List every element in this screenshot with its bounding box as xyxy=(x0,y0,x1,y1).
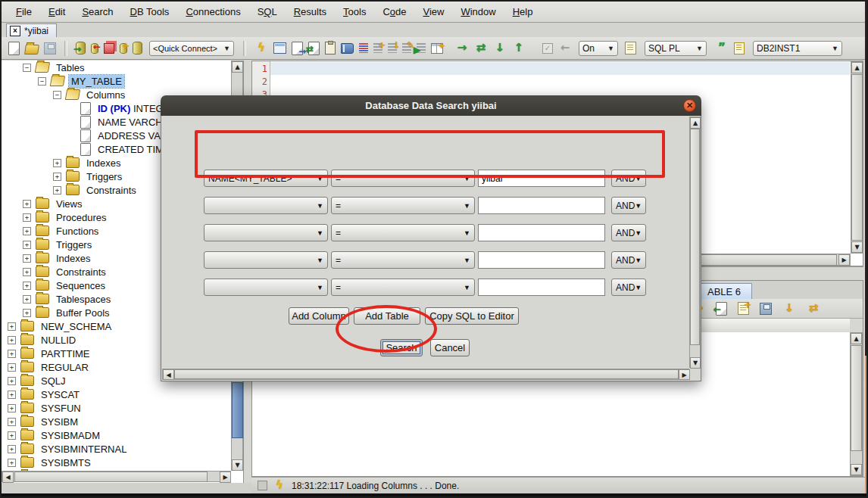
tree-item-syscat[interactable]: +SYSCAT xyxy=(2,388,82,401)
new-file-icon[interactable] xyxy=(8,42,20,55)
tree-item-sysibminternal[interactable]: +SYSIBMINTERNAL xyxy=(2,442,129,456)
expand-icon[interactable]: + xyxy=(53,186,61,195)
menu-item-help[interactable]: Help xyxy=(504,3,542,20)
expand-icon[interactable]: + xyxy=(8,336,16,344)
swap-gold-icon[interactable]: ⇄ xyxy=(807,302,820,316)
condition-3-value-input[interactable] xyxy=(478,224,605,241)
tree-item-nullid[interactable]: +NULLID xyxy=(2,333,78,347)
editor-vertical-scrollbar[interactable]: ▲ ▼ xyxy=(851,61,863,254)
arrow-left-gray-icon[interactable]: ← xyxy=(558,42,572,55)
collapse-icon[interactable]: − xyxy=(53,91,61,99)
tree-item-functions[interactable]: +Functions xyxy=(2,224,101,238)
expand-icon[interactable]: + xyxy=(23,241,31,249)
tree-item-sysibmadm[interactable]: +SYSIBMADM xyxy=(2,428,102,442)
save-grid-icon[interactable] xyxy=(760,303,772,315)
schema-combo[interactable]: DB2INST1▼ xyxy=(753,41,842,56)
menu-item-file[interactable]: File xyxy=(8,3,40,20)
tree-item-regular[interactable]: +REGULAR xyxy=(2,360,91,374)
scroll-down-icon[interactable]: ▼ xyxy=(690,357,701,369)
filter-add-icon[interactable] xyxy=(388,43,397,53)
arrow-right-green-icon[interactable]: → xyxy=(455,42,469,55)
condition-2-column-select[interactable]: ▼ xyxy=(204,197,328,214)
dialog-scroll-thumb[interactable] xyxy=(690,129,700,345)
expand-icon[interactable]: + xyxy=(53,159,61,167)
close-tab-icon[interactable]: × xyxy=(10,26,20,36)
tree-item-tables[interactable]: −Tables xyxy=(2,61,87,74)
expand-icon[interactable]: + xyxy=(23,254,31,263)
collapse-icon[interactable]: − xyxy=(23,64,31,72)
dialog-horizontal-scrollbar[interactable]: ◀ ▶ xyxy=(162,369,689,380)
condition-4-value-input[interactable] xyxy=(478,251,605,269)
scroll-up-icon[interactable]: ▲ xyxy=(232,61,243,73)
menu-item-code[interactable]: Code xyxy=(374,3,414,20)
scroll-right-icon[interactable]: ▶ xyxy=(220,472,231,483)
close-connection-icon[interactable] xyxy=(104,43,114,54)
scroll-right-icon[interactable]: ▶ xyxy=(838,254,850,266)
tree-horizontal-scrollbar[interactable]: ◀ ▶ xyxy=(2,471,231,482)
expand-icon[interactable]: + xyxy=(23,268,31,276)
condition-3-operator-select[interactable]: =▼ xyxy=(331,224,475,241)
export-script-icon[interactable] xyxy=(292,42,303,55)
menu-item-tools[interactable]: Tools xyxy=(335,3,374,20)
result-window-icon[interactable] xyxy=(273,42,286,54)
menu-item-search[interactable]: Search xyxy=(73,3,121,20)
quick-connect-combo[interactable]: <Quick Connect>▼ xyxy=(149,41,234,56)
refresh-script-icon[interactable] xyxy=(308,42,320,55)
dialog-close-icon[interactable]: ✕ xyxy=(683,99,696,112)
execute-lightning-icon[interactable]: ϟ xyxy=(254,42,268,55)
tree-item-constraints[interactable]: +Constraints xyxy=(2,183,139,197)
arrow-down-green-icon[interactable]: ↓ xyxy=(493,42,507,55)
menu-item-edit[interactable]: Edit xyxy=(40,3,73,20)
results-tab[interactable]: ABLE 6 xyxy=(696,283,752,299)
menu-item-connections[interactable]: Connections xyxy=(177,3,248,20)
expand-icon[interactable]: + xyxy=(8,404,16,412)
table-edit-icon[interactable] xyxy=(431,43,443,54)
results-scroll-thumb[interactable] xyxy=(851,345,862,451)
expand-icon[interactable]: + xyxy=(8,459,16,467)
expand-icon[interactable]: + xyxy=(23,213,31,222)
new-connection-icon[interactable] xyxy=(120,43,127,54)
tree-item-sqlj[interactable]: +SQLJ xyxy=(2,374,68,388)
scroll-down-icon[interactable]: ▼ xyxy=(851,241,863,253)
quotes-green-icon[interactable]: ” xyxy=(715,42,729,55)
reference-book-icon[interactable] xyxy=(341,43,354,54)
arrow-up-green-icon[interactable]: ↑ xyxy=(512,42,526,55)
tree-item-tablespaces[interactable]: +Tablespaces xyxy=(2,292,113,306)
dialog-hscroll-thumb[interactable] xyxy=(174,369,679,379)
condition-5-operator-select[interactable]: =▼ xyxy=(331,279,475,296)
expand-icon[interactable]: + xyxy=(8,322,16,331)
expand-icon[interactable]: + xyxy=(8,431,16,440)
condition-4-operator-select[interactable]: =▼ xyxy=(331,251,475,269)
tree-scroll-thumb[interactable] xyxy=(232,382,243,438)
editor-scroll-thumb[interactable] xyxy=(851,74,863,241)
notepad-icon[interactable] xyxy=(625,42,636,54)
results-vertical-scrollbar[interactable]: ▲ ▼ xyxy=(850,332,863,476)
arrows-swap-green-icon[interactable]: ⇄ xyxy=(474,42,488,55)
menu-item-db-tools[interactable]: DB Tools xyxy=(122,3,178,20)
menu-item-view[interactable]: View xyxy=(415,3,453,20)
disconnect-database-icon[interactable] xyxy=(91,43,98,54)
cancel-button[interactable]: Cancel xyxy=(430,339,470,356)
filter-edit-icon[interactable] xyxy=(402,43,411,53)
checkbox-disabled-icon[interactable]: ✓ xyxy=(542,43,553,54)
column-list-icon[interactable] xyxy=(734,42,745,54)
save-file-icon[interactable] xyxy=(44,42,56,54)
scroll-down-icon[interactable]: ▼ xyxy=(232,459,243,471)
tree-item-name-varchar[interactable]: NAME VARCHAR xyxy=(2,115,179,129)
tree-item-indexes[interactable]: +Indexes xyxy=(2,156,123,170)
collapse-icon[interactable]: − xyxy=(38,77,46,86)
condition-2-join-select[interactable]: AND▼ xyxy=(611,197,646,214)
tree-item-views[interactable]: +Views xyxy=(2,197,84,210)
tree-item-triggers[interactable]: +Triggers xyxy=(2,170,124,183)
condition-5-column-select[interactable]: ▼ xyxy=(204,279,328,296)
open-file-icon[interactable] xyxy=(24,45,39,54)
tree-item-sysfun[interactable]: +SYSFUN xyxy=(2,401,83,415)
scroll-up-icon[interactable]: ▲ xyxy=(851,62,863,73)
condition-2-operator-select[interactable]: =▼ xyxy=(331,197,475,214)
expand-icon[interactable]: + xyxy=(23,227,31,235)
new-note-gold-icon[interactable] xyxy=(738,302,749,315)
condition-4-join-select[interactable]: AND▼ xyxy=(611,251,646,269)
database-icon[interactable] xyxy=(133,42,142,54)
condition-4-column-select[interactable]: ▼ xyxy=(204,251,328,269)
connect-database-icon[interactable] xyxy=(76,42,86,54)
